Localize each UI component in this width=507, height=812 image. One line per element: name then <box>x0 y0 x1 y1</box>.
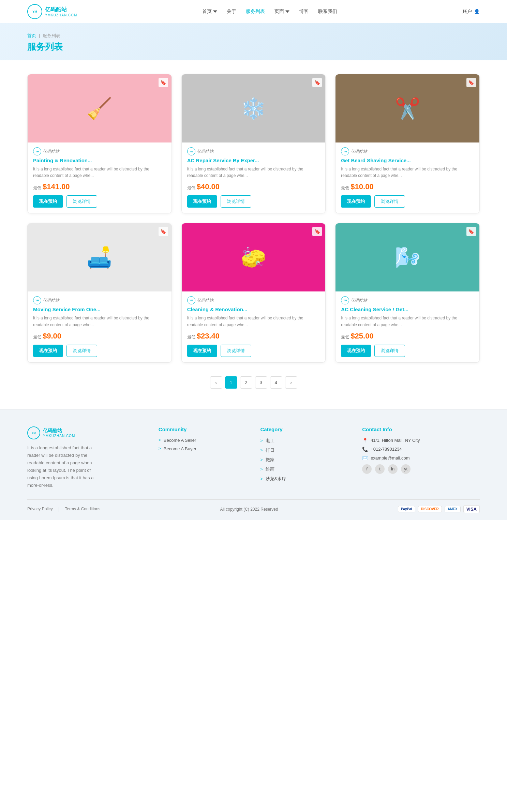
detail-button[interactable]: 浏览详情 <box>374 195 405 208</box>
card-image-placeholder: ❄️ <box>182 74 326 142</box>
detail-button[interactable]: 浏览详情 <box>221 195 251 208</box>
pagination: ‹1234› <box>27 376 480 389</box>
detail-button[interactable]: 浏览详情 <box>66 345 97 357</box>
card-title[interactable]: Painting & Renovation... <box>33 157 166 163</box>
provider-logo: YM <box>341 296 349 304</box>
card-image-placeholder: 🧽 <box>182 223 326 291</box>
pagination-page-1[interactable]: 1 <box>225 376 237 389</box>
card-actions: 现在预约 浏览详情 <box>341 195 474 208</box>
facebook-icon[interactable]: f <box>362 464 372 474</box>
card-body: YM 亿码酷站 AC Repair Service By Exper... It… <box>182 142 326 213</box>
bookmark-icon[interactable]: 🔖 <box>312 78 322 87</box>
detail-button[interactable]: 浏览详情 <box>374 345 405 357</box>
price-label: 最低 <box>341 334 349 340</box>
service-card: ❄️ 🔖 YM 亿码酷站 AC Repair Service By Exper.… <box>181 74 326 213</box>
become-seller-link[interactable]: Become A Seller <box>164 438 196 443</box>
card-provider: YM 亿码酷站 <box>341 147 474 155</box>
category-link[interactable]: 电工 <box>266 438 274 444</box>
bookmark-icon[interactable]: 🔖 <box>159 227 168 236</box>
price-label: 最低 <box>33 185 41 191</box>
youtube-icon[interactable]: yt <box>401 464 411 474</box>
email-icon: ✉️ <box>362 455 368 461</box>
page-title: 服务列表 <box>27 41 480 53</box>
logo[interactable]: YM 亿码酷站 YMKUZHAN.COM <box>27 4 77 19</box>
pagination-next[interactable]: › <box>285 376 297 389</box>
pagination-prev[interactable]: ‹ <box>210 376 222 389</box>
card-body: YM 亿码酷站 Get Beard Shaving Service... It … <box>335 142 479 213</box>
card-price: 最低 $10.00 <box>341 182 474 191</box>
contact-phone: 📞 +012-78901234 <box>362 447 480 452</box>
nav-link-home[interactable]: 首页 <box>202 9 212 15</box>
card-description: It is a long established fact that a rea… <box>33 315 166 328</box>
nav-link-about[interactable]: 关于 <box>227 9 236 15</box>
pagination-page-3[interactable]: 3 <box>255 376 267 389</box>
nav-link-blog[interactable]: 博客 <box>299 9 309 15</box>
detail-button[interactable]: 浏览详情 <box>66 195 97 208</box>
user-icon: 👤 <box>474 9 480 14</box>
book-button[interactable]: 现在预约 <box>33 195 63 208</box>
book-button[interactable]: 现在预约 <box>187 195 217 208</box>
breadcrumb: 首页 | 服务列表 <box>27 33 480 39</box>
card-image: 🧽 🔖 <box>182 223 326 291</box>
bookmark-icon[interactable]: 🔖 <box>466 78 476 87</box>
book-button[interactable]: 现在预约 <box>33 345 63 357</box>
footer-logo-main: 亿码酷站 <box>43 428 75 434</box>
logo-text: 亿码酷站 YMKUZHAN.COM <box>45 6 77 17</box>
card-title[interactable]: AC Cleaning Service ! Get... <box>341 306 474 312</box>
breadcrumb-home[interactable]: 首页 <box>27 33 36 39</box>
pagination-page-4[interactable]: 4 <box>270 376 282 389</box>
card-image: ✂️ 🔖 <box>335 74 479 142</box>
category-link[interactable]: 绘画 <box>266 466 274 472</box>
card-actions: 现在预约 浏览详情 <box>341 345 474 357</box>
nav-link-contact[interactable]: 联系我们 <box>318 9 337 15</box>
category-link[interactable]: 搬家 <box>266 457 274 463</box>
footer-category-title: Category <box>260 426 349 432</box>
instagram-icon[interactable]: in <box>388 464 398 474</box>
card-provider: YM 亿码酷站 <box>33 296 166 304</box>
service-card: ✂️ 🔖 YM 亿码酷站 Get Beard Shaving Service..… <box>335 74 480 213</box>
service-card: 🧹 🔖 YM 亿码酷站 Painting & Renovation... It … <box>27 74 172 213</box>
card-image: 🛋️ 🔖 <box>28 223 172 291</box>
bookmark-icon[interactable]: 🔖 <box>466 227 476 236</box>
provider-name: 亿码酷站 <box>43 149 60 154</box>
price-amount: $40.00 <box>197 182 220 191</box>
card-description: It is a long established fact that a rea… <box>187 315 320 328</box>
price-label: 最低 <box>187 185 195 191</box>
pagination-page-2[interactable]: 2 <box>240 376 252 389</box>
twitter-icon[interactable]: t <box>375 464 385 474</box>
footer-top: YM 亿码酷站 YMKUZHAN.COM It is a long establ… <box>27 426 480 490</box>
book-button[interactable]: 现在预约 <box>341 345 371 357</box>
footer: YM 亿码酷站 YMKUZHAN.COM It is a long establ… <box>0 409 507 520</box>
card-title[interactable]: Get Beard Shaving Service... <box>341 157 474 163</box>
detail-button[interactable]: 浏览详情 <box>221 345 251 357</box>
category-link[interactable]: 打日 <box>266 447 274 453</box>
become-buyer-link[interactable]: Become A Buyer <box>164 446 196 451</box>
privacy-link[interactable]: Privacy Policy <box>27 507 53 512</box>
card-actions: 现在预约 浏览详情 <box>187 345 320 357</box>
card-body: YM 亿码酷站 Cleaning & Renovation... It is a… <box>182 291 326 362</box>
price-amount: $23.40 <box>197 332 220 341</box>
nav-link-services[interactable]: 服务列表 <box>246 9 265 15</box>
card-title[interactable]: AC Repair Service By Exper... <box>187 157 320 163</box>
nav-link-pages[interactable]: 页面 <box>274 9 284 15</box>
price-amount: $9.00 <box>43 332 61 341</box>
bookmark-icon[interactable]: 🔖 <box>159 78 168 87</box>
category-link[interactable]: 沙龙&水疗 <box>266 476 286 482</box>
discover-icon: DISCOVER <box>418 506 442 512</box>
provider-logo: YM <box>341 147 349 155</box>
card-body: YM 亿码酷站 AC Cleaning Service ! Get... It … <box>335 291 479 362</box>
footer-about-text: It is a long established fact that a rea… <box>27 444 102 490</box>
card-title[interactable]: Cleaning & Renovation... <box>187 306 320 312</box>
book-button[interactable]: 现在预约 <box>341 195 371 208</box>
list-item: 打日 <box>260 447 349 453</box>
bookmark-icon[interactable]: 🔖 <box>312 227 322 236</box>
nav-item-pages[interactable]: 页面 <box>274 9 289 15</box>
nav-item-home[interactable]: 首页 <box>202 9 217 15</box>
book-button[interactable]: 现在预约 <box>187 345 217 357</box>
card-title[interactable]: Moving Service From One... <box>33 306 166 312</box>
user-menu[interactable]: 账户 👤 <box>462 9 480 15</box>
provider-name: 亿码酷站 <box>351 298 368 303</box>
footer-logo-text: 亿码酷站 YMKUZHAN.COM <box>43 428 75 438</box>
terms-link[interactable]: Terms & Conditions <box>65 507 100 512</box>
card-provider: YM 亿码酷站 <box>33 147 166 155</box>
